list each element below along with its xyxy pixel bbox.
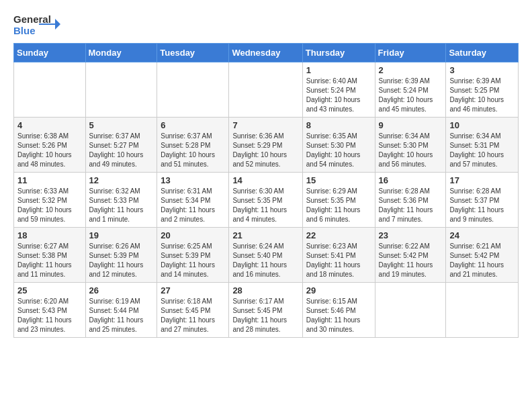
day-info: Sunrise: 6:32 AM Sunset: 5:33 PM Dayligh… [89,187,154,224]
day-info: Sunrise: 6:15 AM Sunset: 5:46 PM Dayligh… [306,297,371,334]
day-number: 13 [161,175,225,185]
day-info: Sunrise: 6:34 AM Sunset: 5:31 PM Dayligh… [449,132,515,169]
calendar-week-row: 11Sunrise: 6:33 AM Sunset: 5:32 PM Dayli… [14,173,519,228]
column-header-monday: Monday [85,44,157,62]
calendar-cell: 24Sunrise: 6:21 AM Sunset: 5:42 PM Dayli… [446,228,519,283]
day-number: 17 [449,175,515,185]
day-number: 5 [89,120,154,130]
column-header-friday: Friday [375,44,446,62]
day-number: 9 [379,120,443,130]
day-number: 2 [379,65,443,75]
svg-text:Blue: Blue [13,25,36,36]
calendar-cell: 26Sunrise: 6:19 AM Sunset: 5:44 PM Dayli… [85,283,157,338]
day-info: Sunrise: 6:34 AM Sunset: 5:30 PM Dayligh… [379,132,443,169]
day-number: 18 [17,230,82,240]
calendar-cell: 20Sunrise: 6:25 AM Sunset: 5:39 PM Dayli… [157,228,229,283]
calendar-cell [229,62,302,118]
day-info: Sunrise: 6:25 AM Sunset: 5:39 PM Dayligh… [161,242,225,279]
calendar-cell: 28Sunrise: 6:17 AM Sunset: 5:45 PM Dayli… [229,283,302,338]
day-info: Sunrise: 6:20 AM Sunset: 5:43 PM Dayligh… [17,297,82,334]
svg-marker-2 [55,19,60,30]
calendar-week-row: 1Sunrise: 6:40 AM Sunset: 5:24 PM Daylig… [14,62,519,118]
calendar-cell [157,62,229,118]
calendar-cell: 16Sunrise: 6:28 AM Sunset: 5:36 PM Dayli… [375,173,446,228]
column-header-tuesday: Tuesday [157,44,229,62]
day-info: Sunrise: 6:19 AM Sunset: 5:44 PM Dayligh… [89,297,154,334]
day-number: 28 [232,285,298,295]
calendar-cell: 8Sunrise: 6:35 AM Sunset: 5:30 PM Daylig… [302,118,375,173]
day-number: 8 [306,120,371,130]
day-info: Sunrise: 6:26 AM Sunset: 5:39 PM Dayligh… [89,242,154,279]
day-info: Sunrise: 6:37 AM Sunset: 5:27 PM Dayligh… [89,132,154,169]
day-info: Sunrise: 6:28 AM Sunset: 5:37 PM Dayligh… [449,187,515,224]
day-number: 11 [17,175,82,185]
day-number: 14 [232,175,298,185]
calendar-cell: 22Sunrise: 6:23 AM Sunset: 5:41 PM Dayli… [302,228,375,283]
calendar-cell: 3Sunrise: 6:39 AM Sunset: 5:25 PM Daylig… [446,62,519,118]
day-info: Sunrise: 6:36 AM Sunset: 5:29 PM Dayligh… [232,132,298,169]
calendar-cell: 10Sunrise: 6:34 AM Sunset: 5:31 PM Dayli… [446,118,519,173]
column-header-wednesday: Wednesday [229,44,302,62]
day-number: 29 [306,285,371,295]
day-number: 16 [379,175,443,185]
day-info: Sunrise: 6:33 AM Sunset: 5:32 PM Dayligh… [17,187,82,224]
day-number: 6 [161,120,225,130]
day-info: Sunrise: 6:35 AM Sunset: 5:30 PM Dayligh… [306,132,371,169]
day-info: Sunrise: 6:22 AM Sunset: 5:42 PM Dayligh… [379,242,443,279]
calendar-cell: 5Sunrise: 6:37 AM Sunset: 5:27 PM Daylig… [85,118,157,173]
day-info: Sunrise: 6:29 AM Sunset: 5:35 PM Dayligh… [306,187,371,224]
logo: General Blue [13,11,60,38]
day-info: Sunrise: 6:17 AM Sunset: 5:45 PM Dayligh… [232,297,298,334]
calendar-cell: 6Sunrise: 6:37 AM Sunset: 5:28 PM Daylig… [157,118,229,173]
day-info: Sunrise: 6:39 AM Sunset: 5:25 PM Dayligh… [449,77,515,114]
calendar-cell [14,62,86,118]
calendar-cell: 9Sunrise: 6:34 AM Sunset: 5:30 PM Daylig… [375,118,446,173]
calendar-cell: 15Sunrise: 6:29 AM Sunset: 5:35 PM Dayli… [302,173,375,228]
calendar-cell: 1Sunrise: 6:40 AM Sunset: 5:24 PM Daylig… [302,62,375,118]
day-info: Sunrise: 6:30 AM Sunset: 5:35 PM Dayligh… [232,187,298,224]
calendar-cell: 7Sunrise: 6:36 AM Sunset: 5:29 PM Daylig… [229,118,302,173]
calendar-week-row: 18Sunrise: 6:27 AM Sunset: 5:38 PM Dayli… [14,228,519,283]
calendar-table: SundayMondayTuesdayWednesdayThursdayFrid… [13,43,519,338]
calendar-cell: 18Sunrise: 6:27 AM Sunset: 5:38 PM Dayli… [14,228,86,283]
day-number: 26 [89,285,154,295]
day-number: 27 [161,285,225,295]
calendar-cell: 12Sunrise: 6:32 AM Sunset: 5:33 PM Dayli… [85,173,157,228]
calendar-cell: 27Sunrise: 6:18 AM Sunset: 5:45 PM Dayli… [157,283,229,338]
day-info: Sunrise: 6:31 AM Sunset: 5:34 PM Dayligh… [161,187,225,224]
calendar-cell: 21Sunrise: 6:24 AM Sunset: 5:40 PM Dayli… [229,228,302,283]
column-header-saturday: Saturday [446,44,519,62]
day-number: 4 [17,120,82,130]
day-number: 10 [449,120,515,130]
day-info: Sunrise: 6:27 AM Sunset: 5:38 PM Dayligh… [17,242,82,279]
day-number: 21 [232,230,298,240]
day-number: 25 [17,285,82,295]
column-header-sunday: Sunday [14,44,86,62]
calendar-cell: 2Sunrise: 6:39 AM Sunset: 5:24 PM Daylig… [375,62,446,118]
calendar-cell [85,62,157,118]
day-number: 20 [161,230,225,240]
day-info: Sunrise: 6:38 AM Sunset: 5:26 PM Dayligh… [17,132,82,169]
day-number: 24 [449,230,515,240]
calendar-cell: 25Sunrise: 6:20 AM Sunset: 5:43 PM Dayli… [14,283,86,338]
day-info: Sunrise: 6:23 AM Sunset: 5:41 PM Dayligh… [306,242,371,279]
day-info: Sunrise: 6:37 AM Sunset: 5:28 PM Dayligh… [161,132,225,169]
day-number: 22 [306,230,371,240]
day-number: 19 [89,230,154,240]
day-info: Sunrise: 6:40 AM Sunset: 5:24 PM Dayligh… [306,77,371,114]
calendar-cell: 11Sunrise: 6:33 AM Sunset: 5:32 PM Dayli… [14,173,86,228]
svg-text:General: General [13,13,51,25]
calendar-cell [446,283,519,338]
calendar-week-row: 25Sunrise: 6:20 AM Sunset: 5:43 PM Dayli… [14,283,519,338]
day-number: 15 [306,175,371,185]
calendar-cell: 23Sunrise: 6:22 AM Sunset: 5:42 PM Dayli… [375,228,446,283]
day-info: Sunrise: 6:39 AM Sunset: 5:24 PM Dayligh… [379,77,443,114]
calendar-cell: 14Sunrise: 6:30 AM Sunset: 5:35 PM Dayli… [229,173,302,228]
day-info: Sunrise: 6:28 AM Sunset: 5:36 PM Dayligh… [379,187,443,224]
calendar-header-row: SundayMondayTuesdayWednesdayThursdayFrid… [14,44,519,62]
calendar-cell: 19Sunrise: 6:26 AM Sunset: 5:39 PM Dayli… [85,228,157,283]
calendar-cell [375,283,446,338]
calendar-week-row: 4Sunrise: 6:38 AM Sunset: 5:26 PM Daylig… [14,118,519,173]
calendar-cell: 29Sunrise: 6:15 AM Sunset: 5:46 PM Dayli… [302,283,375,338]
calendar-cell: 13Sunrise: 6:31 AM Sunset: 5:34 PM Dayli… [157,173,229,228]
